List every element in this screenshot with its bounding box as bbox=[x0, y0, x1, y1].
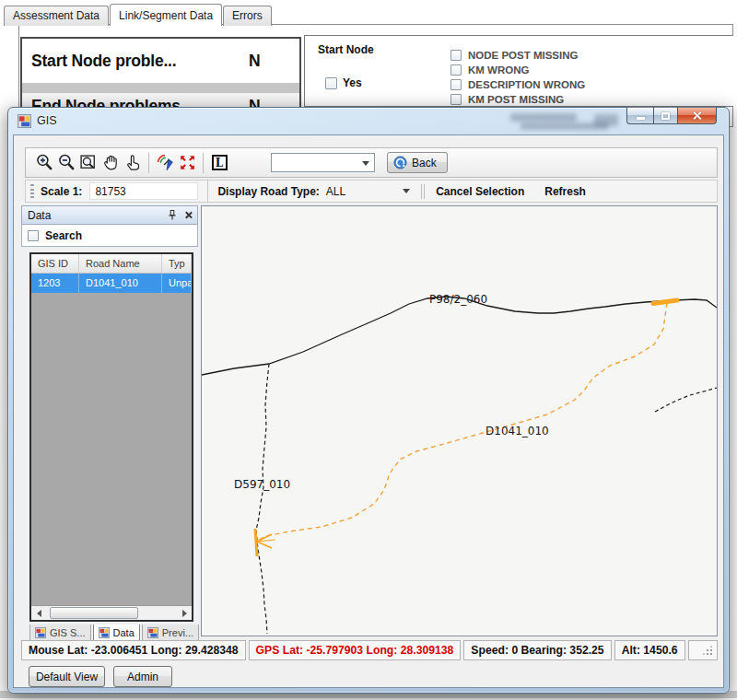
legend-icon[interactable]: L bbox=[208, 152, 230, 174]
close-button[interactable] bbox=[678, 107, 717, 124]
toolbar-separator bbox=[203, 153, 204, 173]
node-post-missing-checkbox[interactable] bbox=[450, 50, 462, 61]
minimize-icon bbox=[637, 117, 645, 120]
roads-grid: GIS ID Road Name Typ 1203 D1041_010 Unpa bbox=[29, 252, 193, 622]
map-svg: P98/2_060 D1041_010 D597_010 bbox=[202, 206, 717, 636]
gis-app-icon bbox=[18, 114, 31, 128]
speed-bearing-status: Speed: 0 Bearing: 352.25 bbox=[463, 640, 611, 660]
road-label-p98: P98/2_060 bbox=[429, 293, 487, 306]
road-search-combobox[interactable] bbox=[271, 153, 375, 172]
map-view[interactable]: P98/2_060 D1041_010 D597_010 bbox=[201, 205, 718, 636]
separator bbox=[421, 184, 422, 199]
row-value: N bbox=[249, 52, 261, 71]
selected-segment bbox=[653, 300, 677, 304]
winforms-icon bbox=[147, 627, 158, 638]
table-row: Start Node proble... N bbox=[22, 39, 299, 83]
statusbar-filler bbox=[688, 640, 718, 660]
gis-titlebar[interactable]: GIS bbox=[8, 108, 729, 134]
zoom-in-icon[interactable] bbox=[33, 152, 55, 174]
horizontal-scrollbar[interactable] bbox=[31, 605, 192, 620]
default-view-button[interactable]: Default View bbox=[29, 666, 105, 687]
map-toolbar: L Back bbox=[25, 147, 718, 178]
toolbar-separator bbox=[148, 153, 149, 173]
tab-link-segment-data[interactable]: Link/Segment Data bbox=[110, 4, 222, 26]
map-statusbar: Mouse Lat: -23.006451 Long: 29.428348 GP… bbox=[21, 640, 718, 660]
road-type-label: Display Road Type: bbox=[217, 185, 319, 198]
winforms-icon bbox=[99, 627, 110, 638]
minimize-button[interactable] bbox=[626, 107, 653, 124]
option-row: KM POST MISSING bbox=[450, 94, 564, 105]
yes-label: Yes bbox=[343, 76, 362, 89]
caption-buttons bbox=[626, 107, 717, 124]
resize-grip-icon[interactable] bbox=[710, 653, 712, 655]
row-label: Start Node proble... bbox=[22, 52, 176, 71]
scale-label: Scale 1: bbox=[41, 185, 82, 198]
scale-input[interactable]: 81753 bbox=[89, 182, 198, 200]
km-wrong-checkbox[interactable] bbox=[450, 64, 462, 76]
glass-reflection bbox=[594, 114, 618, 126]
road-d597-line bbox=[256, 364, 269, 634]
glass-reflection bbox=[510, 113, 577, 122]
pan-hand-icon[interactable] bbox=[99, 152, 122, 174]
gis-window: GIS bbox=[7, 107, 730, 694]
back-button[interactable]: Back bbox=[387, 152, 448, 173]
km-post-missing-checkbox[interactable] bbox=[450, 94, 462, 105]
gis-client-area: L Back Scale 1: 81753 Display Road Type: bbox=[13, 134, 724, 688]
column-header[interactable]: Typ bbox=[162, 254, 192, 273]
start-node-title: Start Node bbox=[318, 43, 374, 56]
admin-button[interactable]: Admin bbox=[113, 666, 172, 687]
tab-errors[interactable]: Errors bbox=[223, 6, 272, 26]
winforms-icon bbox=[35, 627, 46, 638]
cell-gis-id: 1203 bbox=[31, 274, 79, 293]
road-p98-line bbox=[202, 297, 717, 375]
close-icon bbox=[692, 111, 702, 121]
map-options-bar: Scale 1: 81753 Display Road Type: ALL Ca… bbox=[25, 180, 718, 203]
maximize-button[interactable] bbox=[653, 107, 678, 124]
yes-checkbox[interactable] bbox=[325, 77, 337, 89]
scroll-left-icon[interactable] bbox=[31, 606, 46, 620]
road-label-d597: D597_010 bbox=[234, 478, 290, 491]
chevron-down-icon bbox=[362, 161, 369, 166]
option-row: NODE POST MISSING bbox=[450, 50, 579, 61]
dock-panel-title: Data bbox=[28, 209, 51, 222]
separator bbox=[207, 180, 208, 203]
back-label: Back bbox=[412, 157, 437, 169]
scrollbar-thumb[interactable] bbox=[50, 607, 138, 619]
cancel-selection-button[interactable]: Cancel Selection bbox=[436, 185, 524, 198]
grid-row-selected[interactable]: 1203 D1041_010 Unpa bbox=[31, 274, 192, 293]
chevron-down-icon[interactable] bbox=[403, 189, 410, 193]
description-wrong-checkbox[interactable] bbox=[450, 79, 462, 90]
refresh-button[interactable]: Refresh bbox=[544, 185, 586, 198]
yes-checkbox-row: Yes bbox=[325, 76, 362, 89]
drag-grip-icon[interactable] bbox=[30, 184, 34, 198]
dock-panel-header[interactable]: Data bbox=[21, 205, 198, 225]
tab-assessment-data[interactable]: Assessment Data bbox=[4, 6, 109, 26]
column-header[interactable]: GIS ID bbox=[31, 254, 79, 273]
select-hand-icon[interactable] bbox=[122, 152, 144, 174]
close-panel-icon[interactable] bbox=[184, 211, 193, 219]
zoom-window-icon[interactable] bbox=[77, 152, 99, 174]
maximize-icon bbox=[661, 112, 670, 120]
cell-road-name: D1041_010 bbox=[79, 274, 162, 293]
collapse-extent-icon[interactable] bbox=[176, 152, 198, 174]
search-checkbox[interactable] bbox=[28, 230, 39, 241]
zoom-out-icon[interactable] bbox=[55, 152, 77, 174]
cell-road-type: Unpa bbox=[162, 274, 192, 293]
scroll-right-icon[interactable] bbox=[177, 606, 192, 620]
start-node-panel: Start Node Yes NODE POST MISSING KM WRON… bbox=[304, 35, 733, 107]
column-header[interactable]: Road Name bbox=[79, 254, 162, 273]
background-tabstrip: Assessment Data Link/Segment Data Errors bbox=[4, 4, 273, 26]
option-label: DESCRIPTION WRONG bbox=[468, 79, 585, 90]
gps-tracking-icon[interactable] bbox=[154, 152, 176, 174]
option-row: KM WRONG bbox=[450, 64, 529, 76]
altitude-status: Alt: 1450.6 bbox=[614, 640, 685, 660]
road-type-value[interactable]: ALL bbox=[326, 185, 345, 198]
option-row: DESCRIPTION WRONG bbox=[450, 79, 585, 90]
data-dock-panel: Data Search GIS ID Road Name bbox=[21, 205, 198, 636]
back-arrow-icon bbox=[393, 156, 407, 169]
gps-coords-status: GPS Lat: -25.797903 Long: 28.309138 bbox=[249, 640, 462, 660]
search-label: Search bbox=[45, 229, 82, 242]
pin-icon[interactable] bbox=[167, 209, 178, 221]
grid-header: GIS ID Road Name Typ bbox=[31, 254, 192, 274]
mouse-coords-status: Mouse Lat: -23.006451 Long: 29.428348 bbox=[21, 640, 246, 660]
